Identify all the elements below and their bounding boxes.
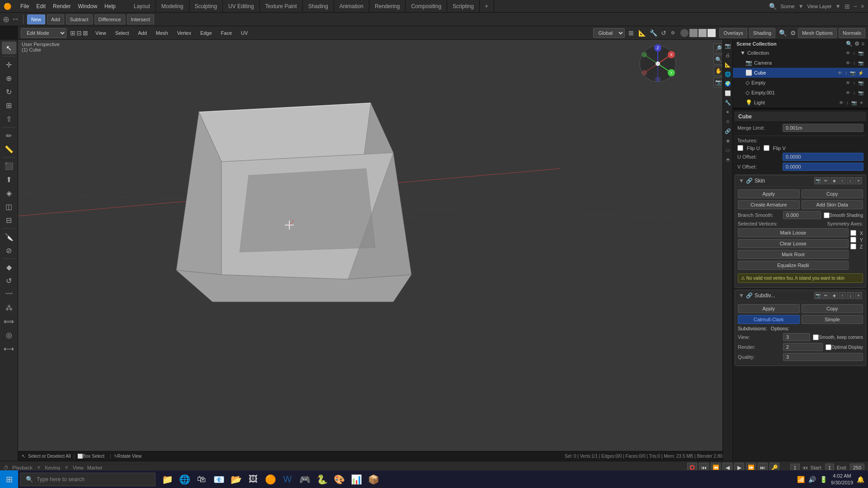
eye-icon-empty001[interactable]: 👁 — [845, 90, 851, 95]
outliner-item-camera[interactable]: 📷 Camera 👁 ↕ 📷 — [733, 58, 868, 68]
viewport[interactable]: User Perspective (1) Cube X Y Z — [18, 40, 732, 461]
sel-icon-light[interactable]: ↕ — [845, 100, 849, 105]
merge-limit-value[interactable]: 0.001m — [783, 124, 863, 132]
tool-rotate[interactable]: ↻ — [2, 85, 16, 98]
tool-extrude[interactable]: ⬆ — [2, 173, 16, 186]
normals-button[interactable]: Normals — [839, 28, 865, 38]
eye-icon-light[interactable]: 👁 — [838, 100, 844, 105]
tab-modeling[interactable]: Modeling — [156, 0, 189, 13]
rend-icon-light[interactable]: 📷 — [850, 100, 858, 105]
intersect-button[interactable]: Intersect — [127, 14, 154, 24]
subdiv-down-icon[interactable]: ↓ — [847, 292, 854, 299]
eye-icon-empty[interactable]: 👁 — [845, 80, 851, 85]
outliner-settings-icon[interactable]: ⚙ — [854, 41, 859, 47]
transform-selector[interactable]: Global Local Normal — [593, 28, 625, 38]
eye-icon[interactable]: 👁 — [845, 51, 851, 56]
skin-close-icon[interactable]: × — [855, 177, 862, 184]
tool-knife[interactable]: 🔪 — [2, 230, 16, 243]
vertex-menu[interactable]: Vertex — [174, 28, 195, 38]
taskbar-explorer-icon[interactable]: 📁 — [159, 471, 175, 488]
marker-menu[interactable]: Marker — [87, 465, 103, 470]
prop-icon-object[interactable]: ⬜ — [724, 89, 732, 97]
playback-menu[interactable]: Playback — [12, 465, 33, 470]
skin-expand-icon[interactable]: ▼ — [739, 178, 744, 184]
mesh-options-button[interactable]: Mesh Options — [798, 28, 837, 38]
z-axis-checkbox[interactable] — [850, 244, 856, 249]
tab-shading[interactable]: Shading — [303, 0, 334, 13]
taskbar-files-icon[interactable]: 📂 — [228, 471, 244, 488]
overlays-button[interactable]: Overlays — [719, 28, 747, 38]
tool-move[interactable]: ⊕ — [2, 72, 16, 84]
prop-icon-output[interactable]: 🖨 — [724, 51, 732, 59]
u-offset-value[interactable]: 0.0000 — [783, 153, 863, 161]
taskbar-app1-icon[interactable]: 🎮 — [297, 471, 313, 488]
mark-root-button[interactable]: Mark Root — [738, 250, 849, 259]
search-box[interactable]: 🔍 Type here to search — [20, 473, 156, 486]
skin-cage-icon[interactable]: ◈ — [830, 177, 838, 184]
tool-add-cube[interactable]: ⬛ — [2, 160, 16, 172]
prop-icon-modifier[interactable]: 🔧 — [724, 99, 732, 107]
taskbar-app3-icon[interactable]: 🎨 — [331, 471, 347, 488]
tool-poly-build[interactable]: ◆ — [2, 261, 16, 273]
subdiv-apply-button[interactable]: Apply — [738, 304, 800, 313]
subdiv-cage-icon[interactable]: ◈ — [830, 292, 838, 299]
sel-icon-empty001[interactable]: ↕ — [852, 90, 856, 95]
prop-icon-scene[interactable]: 🌐 — [724, 70, 732, 78]
subdiv-copy-button[interactable]: Copy — [802, 304, 863, 313]
menu-window[interactable]: Window — [74, 0, 101, 13]
tab-sculpting[interactable]: Sculpting — [189, 0, 223, 13]
eye-icon-cube[interactable]: 👁 — [837, 70, 843, 75]
smooth-shading-checkbox[interactable] — [824, 212, 830, 218]
prop-icon-physics[interactable]: ⚛ — [724, 117, 732, 126]
flip-u-checkbox[interactable] — [737, 145, 743, 151]
prop-icon-render[interactable]: 📷 — [724, 42, 732, 50]
zoom-in-btn[interactable]: 🔎 — [713, 43, 723, 53]
mode-selector[interactable]: Edit Mode Object Mode — [21, 28, 66, 38]
subdiv-close-icon[interactable]: × — [855, 292, 862, 299]
select-menu[interactable]: Select — [112, 28, 133, 38]
simple-button[interactable]: Simple — [802, 315, 863, 324]
add-button[interactable]: Add — [47, 14, 64, 24]
taskbar-word-icon[interactable]: W — [279, 471, 296, 488]
tool-annotate[interactable]: ✏ — [2, 129, 16, 142]
toggle-camera-btn[interactable]: 📷 — [713, 77, 723, 87]
equalize-radii-button[interactable]: Equalize Radii — [738, 261, 849, 270]
rend-icon-empty001[interactable]: 📷 — [857, 90, 864, 95]
rend-icon-empty[interactable]: 📷 — [857, 80, 864, 85]
optimal-display-checkbox[interactable] — [826, 344, 831, 350]
shading-button[interactable]: Shading — [749, 28, 775, 38]
subdiv-toggle-icon[interactable]: 🔗 — [746, 292, 753, 299]
mesh-menu[interactable]: Mesh — [152, 28, 172, 38]
skin-edit-icon[interactable]: ✏ — [822, 177, 830, 184]
tool-edge-slide[interactable]: ⟺ — [2, 315, 16, 328]
prop-icon-world[interactable]: 🌍 — [724, 80, 732, 88]
subdiv-expand-icon[interactable]: ▼ — [739, 292, 744, 299]
rend-icon-cube[interactable]: 📷 — [849, 70, 856, 75]
outliner-item-empty[interactable]: ◇ Empty 👁 ↕ 📷 — [733, 78, 868, 88]
outliner-item-cube[interactable]: ⬜ Cube 👁 ↕ 📷 ⚡ — [733, 68, 868, 78]
quality-value[interactable]: 3 — [783, 353, 863, 361]
new-button[interactable]: New — [27, 14, 45, 24]
skin-apply-button[interactable]: Apply — [738, 189, 800, 198]
tool-shrink-fatten[interactable]: ◎ — [2, 328, 16, 341]
zoom-out-btn[interactable]: 🔍 — [713, 55, 723, 65]
tool-randomize[interactable]: ⁂ — [2, 301, 16, 314]
outliner-sort-icon[interactable]: ≡ — [861, 41, 864, 47]
prop-icon-material[interactable]: ⬭ — [724, 146, 732, 154]
skin-down-icon[interactable]: ↓ — [847, 177, 854, 184]
tab-texture-paint[interactable]: Texture Paint — [260, 0, 303, 13]
render-icon[interactable]: 📷 — [857, 51, 864, 56]
tool-push-pull[interactable]: ⟷ — [2, 342, 16, 355]
menu-file[interactable]: File — [17, 0, 33, 13]
pan-btn[interactable]: ✋ — [713, 66, 723, 76]
v-offset-value[interactable]: 0.0000 — [783, 163, 863, 171]
face-menu[interactable]: Face — [217, 28, 236, 38]
taskbar-blender-icon[interactable]: 🟠 — [262, 471, 278, 488]
taskbar-app2-icon[interactable]: 🐍 — [314, 471, 330, 488]
menu-render[interactable]: Render — [49, 0, 74, 13]
taskbar-photos-icon[interactable]: 🖼 — [245, 471, 261, 488]
smooth-corners-checkbox[interactable] — [813, 334, 819, 340]
outliner-filter-icon[interactable]: 🔍 — [846, 41, 853, 47]
x-axis-checkbox[interactable] — [850, 230, 856, 236]
taskbar-mail-icon[interactable]: 📧 — [211, 471, 227, 488]
